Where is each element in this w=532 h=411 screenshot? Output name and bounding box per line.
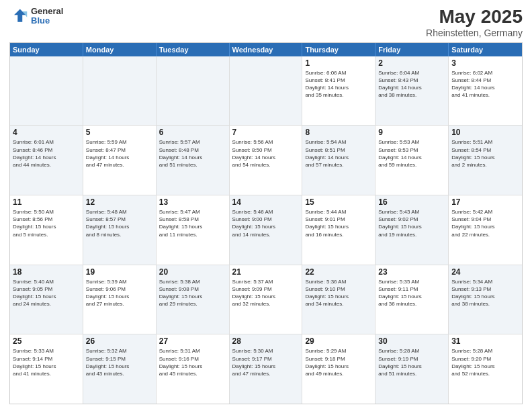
day-number: 8 xyxy=(305,128,372,137)
calendar-subtitle: Rheinstetten, Germany xyxy=(426,28,523,38)
header-day-thursday: Thursday xyxy=(302,43,375,56)
cal-cell-day-18: 18Sunrise: 5:40 AM Sunset: 9:05 PM Dayli… xyxy=(10,265,83,334)
day-number: 10 xyxy=(451,128,519,137)
day-number: 12 xyxy=(86,197,153,207)
cal-cell-day-19: 19Sunrise: 5:39 AM Sunset: 9:06 PM Dayli… xyxy=(83,265,157,334)
header-day-monday: Monday xyxy=(83,43,157,56)
cal-cell-day-17: 17Sunrise: 5:42 AM Sunset: 9:04 PM Dayli… xyxy=(449,195,522,265)
day-info: Sunrise: 5:59 AM Sunset: 8:47 PM Dayligh… xyxy=(86,138,153,169)
cal-cell-day-2: 2Sunrise: 6:04 AM Sunset: 8:43 PM Daylig… xyxy=(375,56,449,126)
cal-cell-empty-0-2 xyxy=(157,56,230,126)
day-info: Sunrise: 5:28 AM Sunset: 9:19 PM Dayligh… xyxy=(378,347,445,377)
day-info: Sunrise: 5:38 AM Sunset: 9:08 PM Dayligh… xyxy=(159,278,226,308)
cal-cell-day-14: 14Sunrise: 5:46 AM Sunset: 9:00 PM Dayli… xyxy=(230,195,303,265)
cal-cell-day-3: 3Sunrise: 6:02 AM Sunset: 8:44 PM Daylig… xyxy=(449,56,522,126)
cal-cell-day-26: 26Sunrise: 5:32 AM Sunset: 9:15 PM Dayli… xyxy=(83,334,157,404)
cal-cell-day-24: 24Sunrise: 5:34 AM Sunset: 9:13 PM Dayli… xyxy=(449,265,522,334)
cal-cell-day-4: 4Sunrise: 6:01 AM Sunset: 8:46 PM Daylig… xyxy=(10,126,83,195)
day-number: 13 xyxy=(159,197,226,207)
day-info: Sunrise: 5:33 AM Sunset: 9:14 PM Dayligh… xyxy=(13,347,80,377)
header-day-tuesday: Tuesday xyxy=(157,43,230,56)
calendar: SundayMondayTuesdayWednesdayThursdayFrid… xyxy=(9,42,523,404)
cal-cell-day-21: 21Sunrise: 5:37 AM Sunset: 9:09 PM Dayli… xyxy=(230,265,303,334)
cal-cell-day-1: 1Sunrise: 6:06 AM Sunset: 8:41 PM Daylig… xyxy=(302,56,375,126)
day-info: Sunrise: 5:36 AM Sunset: 9:10 PM Dayligh… xyxy=(305,278,372,308)
day-number: 21 xyxy=(232,267,300,277)
cal-cell-day-5: 5Sunrise: 5:59 AM Sunset: 8:47 PM Daylig… xyxy=(83,126,157,195)
day-number: 16 xyxy=(378,197,445,207)
calendar-row-1: 4Sunrise: 6:01 AM Sunset: 8:46 PM Daylig… xyxy=(10,126,522,195)
day-info: Sunrise: 5:46 AM Sunset: 9:00 PM Dayligh… xyxy=(232,208,300,238)
day-info: Sunrise: 5:56 AM Sunset: 8:50 PM Dayligh… xyxy=(232,138,300,169)
day-info: Sunrise: 5:48 AM Sunset: 8:57 PM Dayligh… xyxy=(86,208,153,238)
svg-marker-0 xyxy=(14,9,26,22)
calendar-body: 1Sunrise: 6:06 AM Sunset: 8:41 PM Daylig… xyxy=(10,56,522,404)
cal-cell-day-11: 11Sunrise: 5:50 AM Sunset: 8:56 PM Dayli… xyxy=(10,195,83,265)
title-block: May 2025 Rheinstetten, Germany xyxy=(426,7,523,38)
calendar-row-2: 11Sunrise: 5:50 AM Sunset: 8:56 PM Dayli… xyxy=(10,195,522,265)
day-number: 18 xyxy=(13,267,80,277)
day-number: 28 xyxy=(232,336,300,346)
day-info: Sunrise: 5:34 AM Sunset: 9:13 PM Dayligh… xyxy=(451,278,519,308)
day-info: Sunrise: 5:31 AM Sunset: 9:16 PM Dayligh… xyxy=(159,347,226,377)
day-info: Sunrise: 5:40 AM Sunset: 9:05 PM Dayligh… xyxy=(13,278,80,308)
cal-cell-day-9: 9Sunrise: 5:53 AM Sunset: 8:53 PM Daylig… xyxy=(375,126,449,195)
calendar-header: SundayMondayTuesdayWednesdayThursdayFrid… xyxy=(10,43,522,56)
day-info: Sunrise: 6:01 AM Sunset: 8:46 PM Dayligh… xyxy=(13,138,80,169)
cal-cell-day-7: 7Sunrise: 5:56 AM Sunset: 8:50 PM Daylig… xyxy=(230,126,303,195)
header: General Blue May 2025 Rheinstetten, Germ… xyxy=(9,7,523,38)
day-number: 24 xyxy=(451,267,519,277)
calendar-row-0: 1Sunrise: 6:06 AM Sunset: 8:41 PM Daylig… xyxy=(10,56,522,126)
day-info: Sunrise: 5:53 AM Sunset: 8:53 PM Dayligh… xyxy=(378,138,445,169)
day-number: 9 xyxy=(378,128,445,137)
calendar-title: May 2025 xyxy=(426,7,523,28)
cal-cell-day-8: 8Sunrise: 5:54 AM Sunset: 8:51 PM Daylig… xyxy=(302,126,375,195)
cal-cell-day-6: 6Sunrise: 5:57 AM Sunset: 8:48 PM Daylig… xyxy=(157,126,230,195)
day-number: 17 xyxy=(451,197,519,207)
day-info: Sunrise: 6:04 AM Sunset: 8:43 PM Dayligh… xyxy=(378,69,445,99)
day-info: Sunrise: 5:43 AM Sunset: 9:02 PM Dayligh… xyxy=(378,208,445,238)
cal-cell-day-16: 16Sunrise: 5:43 AM Sunset: 9:02 PM Dayli… xyxy=(375,195,449,265)
day-info: Sunrise: 5:35 AM Sunset: 9:11 PM Dayligh… xyxy=(378,278,445,308)
calendar-row-3: 18Sunrise: 5:40 AM Sunset: 9:05 PM Dayli… xyxy=(10,265,522,335)
header-day-sunday: Sunday xyxy=(10,43,83,56)
cal-cell-day-15: 15Sunrise: 5:44 AM Sunset: 9:01 PM Dayli… xyxy=(302,195,375,265)
cal-cell-day-12: 12Sunrise: 5:48 AM Sunset: 8:57 PM Dayli… xyxy=(83,195,157,265)
day-info: Sunrise: 6:06 AM Sunset: 8:41 PM Dayligh… xyxy=(305,69,372,99)
day-number: 19 xyxy=(86,267,153,277)
day-info: Sunrise: 5:51 AM Sunset: 8:54 PM Dayligh… xyxy=(451,138,519,169)
cal-cell-day-13: 13Sunrise: 5:47 AM Sunset: 8:58 PM Dayli… xyxy=(157,195,230,265)
day-info: Sunrise: 5:28 AM Sunset: 9:20 PM Dayligh… xyxy=(451,347,519,377)
logo-text: General Blue xyxy=(31,7,63,26)
cal-cell-day-23: 23Sunrise: 5:35 AM Sunset: 9:11 PM Dayli… xyxy=(375,265,449,334)
day-number: 3 xyxy=(451,58,519,68)
day-info: Sunrise: 5:30 AM Sunset: 9:17 PM Dayligh… xyxy=(232,347,300,377)
logo: General Blue xyxy=(9,7,63,26)
day-number: 31 xyxy=(451,336,519,346)
cal-cell-day-31: 31Sunrise: 5:28 AM Sunset: 9:20 PM Dayli… xyxy=(449,334,522,404)
day-number: 6 xyxy=(159,128,226,137)
day-info: Sunrise: 5:50 AM Sunset: 8:56 PM Dayligh… xyxy=(13,208,80,238)
day-number: 27 xyxy=(159,336,226,346)
day-info: Sunrise: 5:54 AM Sunset: 8:51 PM Dayligh… xyxy=(305,138,372,169)
day-number: 23 xyxy=(378,267,445,277)
day-number: 25 xyxy=(13,336,80,346)
day-info: Sunrise: 5:44 AM Sunset: 9:01 PM Dayligh… xyxy=(305,208,372,238)
cal-cell-day-28: 28Sunrise: 5:30 AM Sunset: 9:17 PM Dayli… xyxy=(230,334,303,404)
day-info: Sunrise: 5:57 AM Sunset: 8:48 PM Dayligh… xyxy=(159,138,226,169)
cal-cell-day-20: 20Sunrise: 5:38 AM Sunset: 9:08 PM Dayli… xyxy=(157,265,230,334)
day-number: 20 xyxy=(159,267,226,277)
header-day-wednesday: Wednesday xyxy=(230,43,303,56)
day-number: 4 xyxy=(13,128,80,137)
day-number: 15 xyxy=(305,197,372,207)
logo-line2: Blue xyxy=(31,16,63,26)
day-info: Sunrise: 5:39 AM Sunset: 9:06 PM Dayligh… xyxy=(86,278,153,308)
logo-icon xyxy=(9,7,28,26)
cal-cell-day-30: 30Sunrise: 5:28 AM Sunset: 9:19 PM Dayli… xyxy=(375,334,449,404)
header-day-saturday: Saturday xyxy=(449,43,522,56)
cal-cell-empty-0-1 xyxy=(83,56,157,126)
day-info: Sunrise: 5:29 AM Sunset: 9:18 PM Dayligh… xyxy=(305,347,372,377)
day-info: Sunrise: 5:42 AM Sunset: 9:04 PM Dayligh… xyxy=(451,208,519,238)
day-number: 30 xyxy=(378,336,445,346)
day-info: Sunrise: 5:47 AM Sunset: 8:58 PM Dayligh… xyxy=(159,208,226,238)
